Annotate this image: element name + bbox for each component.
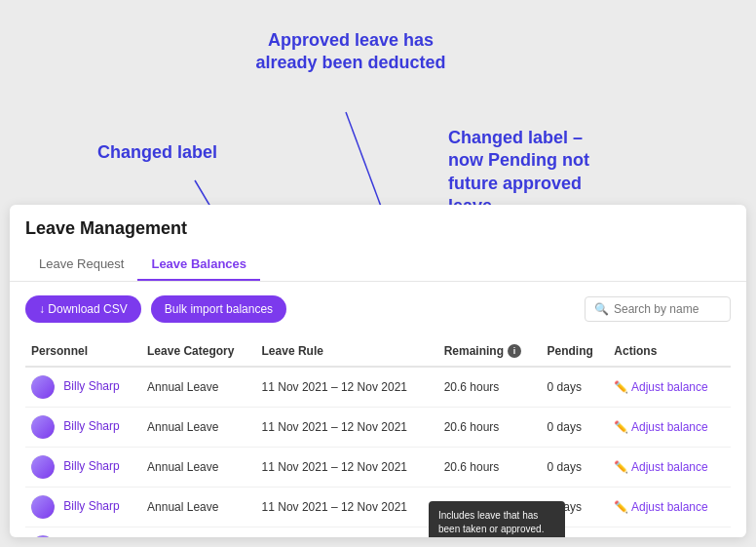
app-panel: Leave Management Leave Request Leave Bal…	[10, 205, 746, 537]
cell-category: Annual Leave	[141, 408, 256, 448]
cell-personnel: Billy Sharp	[25, 408, 141, 448]
cell-personnel: Billy Sharp	[25, 367, 141, 408]
table-header-row: Personnel Leave Category Leave Rule Rema…	[25, 336, 731, 367]
cell-rule: 11 Nov 2021 – 12 Nov 2021	[256, 367, 438, 408]
cell-remaining: 20.6 hours	[438, 408, 542, 448]
cell-pending: 0 days	[542, 448, 609, 488]
table-row: Billy Sharp Annual Leave 11 Nov 2021 – 1…	[25, 408, 731, 448]
cell-actions: ✏️ Adjust balance	[608, 448, 731, 488]
adjust-balance-button[interactable]: ✏️ Adjust balance	[614, 500, 725, 514]
table-row: Billy Sharp Annual Leave 11 Nov 2021 – 1…	[25, 488, 731, 527]
cell-category: Annual Leave	[141, 527, 256, 538]
outer-container: Approved leave has already been deducted…	[0, 0, 756, 547]
download-csv-button[interactable]: ↓ Download CSV	[25, 295, 141, 323]
th-personnel: Personnel	[25, 336, 141, 367]
th-pending: Pending	[542, 336, 609, 367]
tabs-bar: Leave Request Leave Balances	[25, 249, 731, 281]
cell-remaining: 20.6 hours	[438, 367, 542, 408]
tooltip-box: Includes leave that has been taken or ap…	[429, 501, 565, 537]
table-body: Billy Sharp Annual Leave 11 Nov 2021 – 1…	[25, 367, 731, 537]
th-leave-category: Leave Category	[141, 336, 256, 367]
annotation-left: Changed label	[97, 141, 263, 164]
th-actions: Actions	[608, 336, 731, 367]
panel-header: Leave Management Leave Request Leave Bal…	[10, 205, 746, 282]
cell-rule: 11 Nov 2021 – 12 Nov 2021	[256, 488, 438, 527]
th-remaining-label: Remaining	[444, 344, 504, 358]
tab-leave-balances[interactable]: Leave Balances	[137, 249, 260, 281]
cell-rule: 11 Nov 2021 – 12 Nov 2021	[256, 448, 438, 488]
panel-body: ↓ Download CSV Bulk import balances 🔍 In…	[10, 282, 746, 537]
annotation-top: Approved leave has already been deducted	[253, 29, 448, 75]
search-icon: 🔍	[594, 302, 609, 316]
cell-category: Annual Leave	[141, 488, 256, 527]
adjust-balance-button[interactable]: ✏️ Adjust balance	[614, 380, 725, 394]
leave-table: Personnel Leave Category Leave Rule Rema…	[25, 336, 731, 537]
cell-rule: 11 Nov 2021 – 12 Nov 2021	[256, 408, 438, 448]
table-row: Billy Sharp Annual Leave 11 Nov 2021 – 1…	[25, 448, 731, 488]
cell-category: Annual Leave	[141, 448, 256, 488]
cell-actions: ✏️ Adjust balance	[608, 367, 731, 408]
page-title: Leave Management	[25, 218, 731, 239]
cell-rule: 11 Nov 2021 – 12 Nov 2021	[256, 527, 438, 538]
table-row: Billy Sharp Annual Leave 11 Nov 2021 – 1…	[25, 527, 731, 538]
cell-personnel: Billy Sharp	[25, 527, 141, 538]
search-input[interactable]	[614, 302, 711, 316]
cell-actions: ✏️ Adjust balance	[608, 488, 731, 527]
toolbar: ↓ Download CSV Bulk import balances 🔍	[25, 295, 731, 323]
table-row: Billy Sharp Annual Leave 11 Nov 2021 – 1…	[25, 367, 731, 408]
th-remaining: Remaining i	[438, 336, 542, 367]
table-container: Personnel Leave Category Leave Rule Rema…	[25, 336, 731, 537]
search-box[interactable]: 🔍	[585, 296, 731, 322]
cell-remaining: 20.6 hours	[438, 448, 542, 488]
th-leave-rule: Leave Rule	[256, 336, 438, 367]
cell-category: Annual Leave	[141, 367, 256, 408]
cell-pending: 0 days	[542, 367, 609, 408]
cell-pending: 0 days	[542, 408, 609, 448]
adjust-balance-button[interactable]: ✏️ Adjust balance	[614, 460, 725, 474]
remaining-info-icon[interactable]: i	[508, 344, 521, 358]
tab-leave-request[interactable]: Leave Request	[25, 249, 137, 281]
cell-personnel: Billy Sharp	[25, 488, 141, 527]
cell-personnel: Billy Sharp	[25, 448, 141, 488]
bulk-import-button[interactable]: Bulk import balances	[151, 295, 286, 323]
adjust-balance-button[interactable]: ✏️ Adjust balance	[614, 420, 725, 434]
cell-actions: ✏️ Adjust balance	[608, 527, 731, 538]
cell-actions: ✏️ Adjust balance	[608, 408, 731, 448]
